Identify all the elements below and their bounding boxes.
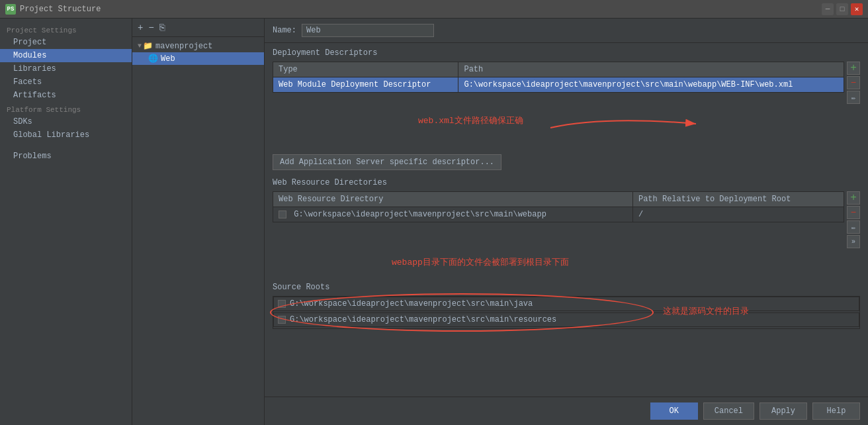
tree-toolbar: + − ⎘ (132, 19, 264, 37)
web-resource-side-controls: + − ✏ » (847, 191, 860, 248)
deployment-row[interactable]: Web Module Deployment Descriptor G:\work… (273, 77, 844, 93)
source-checkbox-1[interactable] (278, 316, 286, 324)
title-bar: PS Project Structure ─ □ ✕ (0, 0, 868, 19)
platform-settings-label: Platform Settings (0, 102, 132, 115)
web-resource-path-cell: / (632, 207, 844, 222)
maximize-button[interactable]: □ (836, 3, 848, 15)
web-resource-remove-btn[interactable]: − (847, 206, 860, 219)
source-roots-title: Source Roots (273, 283, 860, 292)
annotation-webxml: web.xml文件路径确保正确 (418, 115, 523, 126)
web-module-icon: 🌐 (148, 54, 158, 64)
deployment-table: Type Path Web Module Deployment Descript… (273, 62, 844, 93)
tree-remove-button[interactable]: − (147, 23, 155, 33)
add-server-descriptor-btn[interactable]: Add Application Server specific descript… (273, 154, 501, 170)
web-path-header: Path Relative to Deployment Root (632, 192, 844, 207)
content-scrollable: Deployment Descriptors Type Path (265, 43, 868, 397)
window-title: Project Structure (20, 5, 101, 14)
source-path-1: G:\workspace\ideaproject\mavenproject\sr… (290, 315, 556, 324)
main-container: Project Settings Project Modules Librari… (0, 19, 868, 425)
minimize-button[interactable]: ─ (822, 3, 834, 15)
path-header: Path (458, 62, 844, 77)
tree-content: ▼ 📁 mavenproject 🌐 Web (132, 37, 264, 425)
ok-button[interactable]: OK (650, 402, 698, 420)
name-label: Name: (273, 26, 296, 35)
source-path-0: G:\workspace\ideaproject\mavenproject\sr… (290, 299, 533, 308)
web-resource-table: Web Resource Directory Path Relative to … (273, 191, 844, 222)
app-icon: PS (5, 4, 16, 15)
folder-icon: 📁 (143, 41, 153, 51)
nav-libraries[interactable]: Libraries (0, 62, 132, 75)
content-panel: Name: Deployment Descriptors Type Path (265, 19, 868, 425)
window-controls: ─ □ ✕ (822, 3, 863, 15)
deployment-table-container: Type Path Web Module Deployment Descript… (273, 62, 860, 104)
type-header: Type (273, 62, 458, 77)
nav-artifacts[interactable]: Artifacts (0, 89, 132, 102)
deployment-side-controls: + − ✏ (847, 62, 860, 104)
help-button[interactable]: Help (812, 402, 860, 420)
bottom-bar: OK Cancel Apply Help (265, 397, 868, 425)
web-resource-table-wrapper: Web Resource Directory Path Relative to … (273, 191, 844, 248)
arrow-webxml-svg (273, 109, 860, 149)
close-button[interactable]: ✕ (851, 3, 863, 15)
deployment-remove-btn[interactable]: − (847, 76, 860, 89)
web-resource-add-btn[interactable]: + (847, 191, 860, 205)
source-row-1[interactable]: G:\workspace\ideaproject\mavenproject\sr… (273, 312, 859, 327)
tree-root-label: mavenproject (155, 42, 212, 51)
tree-web-label: Web (161, 54, 175, 64)
deployment-type-cell: Web Module Deployment Descriptor (273, 77, 458, 93)
source-checkbox-0[interactable] (278, 300, 286, 308)
tree-root-item[interactable]: ▼ 📁 mavenproject (132, 40, 264, 52)
nav-global-libraries[interactable]: Global Libraries (0, 128, 132, 142)
nav-project[interactable]: Project (0, 36, 132, 49)
apply-button[interactable]: Apply (760, 402, 807, 420)
project-settings-label: Project Settings (0, 23, 132, 36)
deployment-add-btn[interactable]: + (847, 62, 860, 75)
nav-facets[interactable]: Facets (0, 75, 132, 89)
module-tree: + − ⎘ ▼ 📁 mavenproject 🌐 Web (132, 19, 265, 425)
nav-modules[interactable]: Modules (0, 49, 132, 62)
deployment-edit-btn[interactable]: ✏ (847, 91, 860, 104)
tree-arrow-icon: ▼ (138, 42, 142, 50)
web-resource-title: Web Resource Directories (273, 178, 860, 187)
deployment-descriptors-title: Deployment Descriptors (273, 48, 860, 58)
name-row: Name: (265, 19, 868, 43)
deployment-path-cell: G:\workspace\ideaproject\mavenproject\sr… (458, 77, 844, 93)
deployment-table-wrapper: Type Path Web Module Deployment Descript… (273, 62, 844, 104)
web-resource-edit-btn[interactable]: ✏ (847, 220, 860, 234)
nav-problems[interactable]: Problems (0, 150, 132, 163)
source-row-0[interactable]: G:\workspace\ideaproject\mavenproject\sr… (273, 297, 859, 311)
web-resource-row[interactable]: G:\workspace\ideaproject\mavenproject\sr… (273, 207, 844, 222)
settings-nav: Project Settings Project Modules Librari… (0, 19, 132, 425)
cancel-button[interactable]: Cancel (703, 402, 754, 420)
web-dir-header: Web Resource Directory (273, 192, 633, 207)
tree-web-item[interactable]: 🌐 Web (132, 52, 264, 65)
source-roots-container: G:\workspace\ideaproject\mavenproject\sr… (273, 296, 860, 329)
web-dir-checkbox[interactable] (279, 211, 286, 218)
annotation-webapp: webapp目录下面的文件会被部署到根目录下面 (392, 256, 569, 268)
web-resource-table-container: Web Resource Directory Path Relative to … (273, 191, 860, 248)
tree-add-button[interactable]: + (136, 23, 144, 33)
web-resource-more-btn[interactable]: » (847, 235, 860, 248)
web-resource-dir-cell: G:\workspace\ideaproject\mavenproject\sr… (273, 207, 633, 222)
name-input[interactable] (302, 24, 434, 37)
nav-sdks[interactable]: SDKs (0, 115, 132, 128)
tree-copy-button[interactable]: ⎘ (158, 23, 166, 33)
